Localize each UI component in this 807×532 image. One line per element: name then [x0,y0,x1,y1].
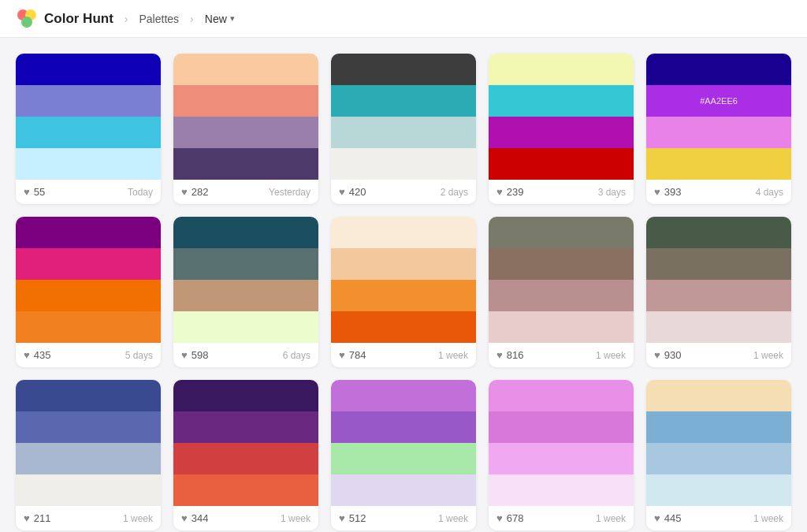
swatch [489,148,634,180]
swatch [646,380,791,411]
palette-likes: ♥435 [24,349,50,361]
palette-card[interactable]: ♥4451 week [646,380,791,530]
heart-icon: ♥ [339,349,345,361]
palette-swatches [489,54,634,180]
heart-icon: ♥ [654,186,660,198]
palette-swatches [331,54,476,180]
swatch [16,311,161,343]
nav-palettes[interactable]: Palettes [139,13,180,25]
palette-info: ♥4451 week [646,506,791,530]
logo-icon [16,8,38,30]
palette-card[interactable]: ♥4355 days [16,217,161,367]
swatch [173,474,318,506]
palette-info: ♥9301 week [646,343,791,367]
swatch [173,380,318,411]
swatch [489,280,634,311]
palette-card[interactable]: ♥5986 days [173,217,318,367]
palette-likes: ♥344 [181,512,208,524]
palette-card[interactable]: ♥55Today [16,54,161,204]
palette-card[interactable]: ♥282Yesterday [173,54,318,204]
time-label: 1 week [438,350,468,361]
swatch [489,380,634,411]
likes-count: 512 [349,512,366,524]
likes-count: 930 [664,349,682,361]
palette-card[interactable]: #AA2EE6♥3934 days [646,54,791,204]
svg-point-2 [21,17,32,28]
swatch [489,311,634,343]
palette-swatches [16,54,161,180]
likes-count: 816 [507,349,524,361]
time-label: 1 week [753,350,783,361]
logo-text: Color Hunt [44,11,113,27]
likes-count: 445 [664,512,682,524]
palette-likes: ♥239 [496,186,523,198]
swatch [16,474,161,506]
heart-icon: ♥ [24,512,30,524]
palette-card[interactable]: ♥9301 week [646,217,791,367]
palette-info: ♥4355 days [16,343,161,367]
palette-likes: ♥420 [339,186,366,198]
likes-count: 420 [349,186,366,198]
time-label: Yesterday [269,187,311,198]
app-header: Color Hunt › Palettes › New ▾ [0,0,807,38]
swatch [16,148,161,180]
swatch [489,474,634,506]
nav-separator-2: › [190,13,194,25]
time-label: Today [128,187,153,198]
likes-count: 393 [664,186,682,198]
palette-card[interactable]: ♥2393 days [489,54,634,204]
palette-likes: ♥445 [654,512,681,524]
swatch [489,443,634,474]
swatch [173,117,318,148]
time-label: 4 days [756,187,783,198]
palette-card[interactable]: ♥3441 week [173,380,318,530]
heart-icon: ♥ [181,186,188,198]
likes-count: 239 [507,186,524,198]
swatch [646,148,791,180]
swatch [646,311,791,343]
swatch [646,54,791,85]
palette-card[interactable]: ♥4202 days [331,54,476,204]
palette-card[interactable]: ♥8161 week [489,217,634,367]
swatch [331,54,476,85]
chevron-down-icon: ▾ [230,13,235,24]
swatch [331,85,476,117]
swatch [173,311,318,343]
heart-icon: ♥ [24,349,30,361]
logo[interactable]: Color Hunt [16,8,113,30]
swatch [173,248,318,280]
palette-swatches [173,54,318,180]
palette-card[interactable]: ♥7841 week [331,217,476,367]
palette-swatches [173,380,318,506]
swatch [331,474,476,506]
swatch [646,117,791,148]
swatch [16,54,161,85]
swatch [489,217,634,248]
heart-icon: ♥ [496,512,503,524]
palette-info: ♥3441 week [173,506,318,530]
swatch [173,148,318,180]
palette-swatches [489,217,634,343]
palette-card[interactable]: ♥5121 week [331,380,476,530]
swatch [16,217,161,248]
swatch [646,411,791,443]
swatch [331,280,476,311]
heart-icon: ♥ [181,512,188,524]
heart-icon: ♥ [24,186,30,198]
heart-icon: ♥ [496,349,503,361]
palette-card[interactable]: ♥2111 week [16,380,161,530]
palette-info: ♥6781 week [489,506,634,530]
time-label: 1 week [438,513,468,524]
time-label: 1 week [123,513,153,524]
swatch [646,217,791,248]
palette-likes: ♥211 [24,512,50,524]
palette-likes: ♥282 [181,186,208,198]
palette-info: ♥55Today [16,180,161,204]
palette-likes: ♥930 [654,349,681,361]
nav-new[interactable]: New ▾ [205,13,235,25]
palette-swatches [331,217,476,343]
time-label: 5 days [125,350,153,361]
time-label: 1 week [753,513,783,524]
palette-card[interactable]: ♥6781 week [489,380,634,530]
swatch [646,280,791,311]
